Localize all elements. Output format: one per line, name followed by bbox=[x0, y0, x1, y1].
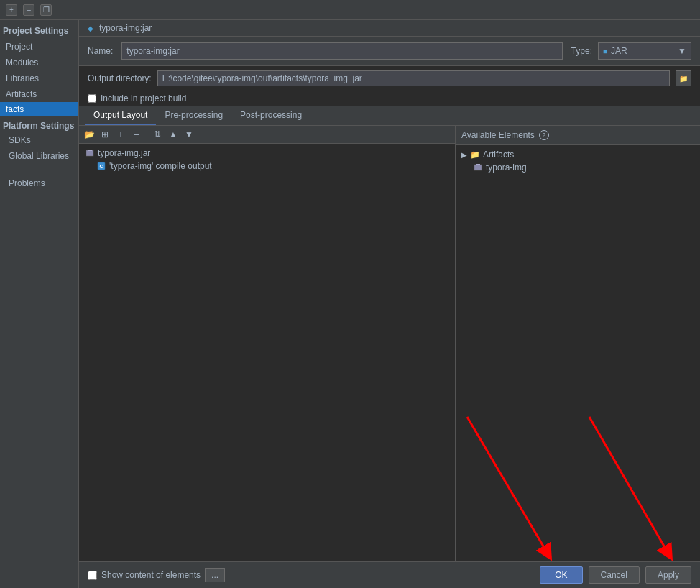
sidebar-item-global-libraries[interactable]: Global Libraries bbox=[0, 148, 78, 164]
show-content-label[interactable]: Show content of elements bbox=[101, 570, 201, 580]
name-type-row: Name: Type: ◆ JAR ▼ bbox=[79, 37, 700, 66]
sidebar-item-sdks[interactable]: SDKs bbox=[0, 132, 78, 148]
type-section: Type: ◆ JAR ▼ bbox=[571, 42, 691, 60]
panels-area: 📂 ⊞ + – ⇅ bbox=[79, 126, 700, 561]
artifact-name-display: typora-img:jar bbox=[99, 23, 152, 33]
left-panel-toolbar: 📂 ⊞ + – ⇅ bbox=[79, 126, 455, 144]
avail-item-artifacts[interactable]: ▶ 📁 Artifacts bbox=[459, 148, 697, 161]
output-tree: typora-img.jar C 'typora-img' compile ou… bbox=[79, 144, 455, 561]
dir-browse-button[interactable]: 📁 bbox=[676, 70, 691, 86]
sidebar-item-artifacts[interactable]: Artifacts bbox=[0, 86, 78, 102]
toolbar-remove-btn[interactable]: – bbox=[129, 127, 144, 142]
available-tree: ▶ 📁 Artifacts typora-img bbox=[456, 145, 700, 561]
sidebar-platform-settings: Platform Settings bbox=[0, 116, 78, 132]
toolbar-grid-btn[interactable]: ⊞ bbox=[98, 127, 112, 142]
svg-text:C: C bbox=[99, 164, 103, 169]
name-input[interactable] bbox=[121, 42, 562, 60]
show-content-checkbox[interactable] bbox=[88, 571, 97, 580]
grid-icon: ⊞ bbox=[101, 129, 109, 139]
jar-file-icon bbox=[85, 148, 95, 158]
available-elements-header: Available Elements ? bbox=[456, 126, 700, 145]
sidebar-problems-section: Problems bbox=[0, 175, 78, 191]
info-icon[interactable]: ? bbox=[539, 130, 549, 140]
type-label: Type: bbox=[571, 46, 592, 56]
artifact-selector-row: ◆ typora-img:jar bbox=[79, 20, 700, 37]
title-bar-copy-btn[interactable]: ❐ bbox=[40, 4, 52, 16]
add-icon: + bbox=[118, 129, 123, 139]
tree-item-jar[interactable]: typora-img.jar bbox=[82, 147, 452, 160]
title-bar-add-btn[interactable]: + bbox=[6, 4, 17, 16]
tree-compile-output-label: 'typora-img' compile output bbox=[109, 161, 212, 171]
sidebar-item-modules[interactable]: Modules bbox=[0, 55, 78, 70]
type-value: JAR bbox=[611, 46, 678, 56]
toolbar-add-btn[interactable]: + bbox=[114, 127, 128, 142]
up-icon: ▲ bbox=[169, 129, 178, 139]
expand-artifacts-icon: ▶ bbox=[461, 151, 467, 159]
name-label: Name: bbox=[88, 46, 113, 56]
avail-jar-icon bbox=[473, 162, 483, 173]
svg-rect-5 bbox=[476, 164, 480, 165]
cancel-button[interactable]: Cancel bbox=[589, 566, 640, 584]
sort-icon: ⇅ bbox=[154, 129, 161, 139]
toolbar-sep bbox=[147, 129, 147, 140]
include-checkbox-row: Include in project build bbox=[79, 91, 700, 106]
tab-post-processing[interactable]: Post-processing bbox=[231, 106, 310, 125]
available-elements-title: Available Elements bbox=[461, 130, 535, 140]
ok-button[interactable]: OK bbox=[540, 566, 582, 584]
tree-item-compile-output[interactable]: C 'typora-img' compile output bbox=[93, 160, 452, 173]
sidebar-item-facts[interactable]: facts bbox=[0, 102, 78, 116]
type-dropdown[interactable]: ◆ JAR ▼ bbox=[598, 42, 691, 60]
avail-item-typora-img[interactable]: typora-img bbox=[470, 161, 697, 174]
remove-icon: – bbox=[134, 129, 139, 139]
include-label[interactable]: Include in project build bbox=[101, 93, 186, 104]
sidebar-title: Project Settings bbox=[0, 20, 78, 39]
folder-icon: 📁 bbox=[679, 75, 688, 83]
sidebar-item-problems[interactable]: Problems bbox=[0, 175, 78, 191]
tabs-bar: Output Layout Pre-processing Post-proces… bbox=[79, 106, 700, 126]
ellipsis-button[interactable]: ... bbox=[205, 568, 225, 582]
apply-button[interactable]: Apply bbox=[645, 566, 691, 584]
svg-rect-4 bbox=[474, 165, 482, 170]
sidebar-item-libraries[interactable]: Libraries bbox=[0, 70, 78, 86]
avail-typora-img-label: typora-img bbox=[486, 162, 527, 173]
type-dropdown-arrow: ▼ bbox=[678, 46, 686, 56]
show-content-row: Show content of elements ... bbox=[88, 568, 225, 582]
bottom-actions: OK Cancel Apply bbox=[540, 566, 691, 584]
sidebar: Project Settings Project Modules Librari… bbox=[0, 20, 79, 588]
artifacts-folder-icon: 📁 bbox=[470, 150, 480, 160]
tab-pre-processing[interactable]: Pre-processing bbox=[156, 106, 231, 125]
right-panel: Available Elements ? ▶ 📁 Artifacts bbox=[456, 126, 700, 561]
left-panel: 📂 ⊞ + – ⇅ bbox=[79, 126, 456, 561]
compile-output-icon: C bbox=[96, 161, 106, 171]
svg-rect-1 bbox=[88, 150, 92, 151]
add-folder-icon: 📂 bbox=[84, 129, 95, 139]
svg-rect-0 bbox=[86, 150, 93, 156]
output-dir-input[interactable] bbox=[157, 70, 670, 86]
output-dir-label: Output directory: bbox=[88, 73, 152, 83]
avail-artifacts-label: Artifacts bbox=[483, 150, 514, 160]
content-area: ◆ typora-img:jar Name: Type: ◆ JAR ▼ bbox=[79, 20, 700, 588]
sidebar-item-project[interactable]: Project bbox=[0, 39, 78, 55]
toolbar-up-btn[interactable]: ▲ bbox=[166, 127, 180, 142]
toolbar-sort-btn[interactable]: ⇅ bbox=[150, 127, 165, 142]
title-bar-minus-btn[interactable]: – bbox=[23, 4, 34, 16]
bottom-bar: Show content of elements ... OK Cancel A… bbox=[79, 561, 700, 588]
tab-output-layout[interactable]: Output Layout bbox=[85, 106, 156, 125]
tree-jar-label: typora-img.jar bbox=[98, 148, 150, 158]
output-dir-row: Output directory: 📁 bbox=[79, 66, 700, 91]
toolbar-folder-btn[interactable]: 📂 bbox=[82, 127, 96, 142]
down-icon: ▼ bbox=[185, 129, 193, 139]
include-checkbox[interactable] bbox=[88, 94, 96, 103]
title-bar: + – ❐ bbox=[0, 0, 700, 20]
toolbar-down-btn[interactable]: ▼ bbox=[182, 127, 196, 142]
